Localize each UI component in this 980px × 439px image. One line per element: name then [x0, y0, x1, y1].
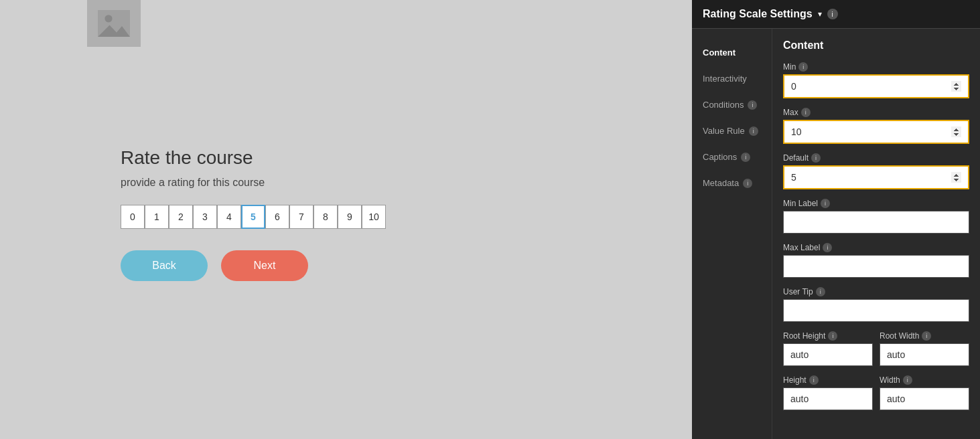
field-root-height: Root Height i	[783, 331, 873, 366]
rating-cell-1[interactable]: 1	[145, 205, 169, 229]
sidebar-nav-info-captions[interactable]: i	[741, 153, 750, 162]
dimensions-row: Height i Width i	[783, 375, 969, 420]
sidebar-nav-info-conditions[interactable]: i	[748, 100, 757, 110]
field-width: Width i	[880, 375, 969, 410]
min-info-icon[interactable]: i	[798, 62, 808, 72]
max-label-info-icon[interactable]: i	[823, 243, 832, 252]
header-info-icon[interactable]: i	[827, 9, 838, 19]
field-height-label: Height i	[783, 375, 873, 385]
root-width-info-icon[interactable]: i	[922, 331, 931, 341]
sidebar-header: Rating Scale Settings ▾ i	[692, 0, 980, 29]
field-min-label-text: Min Label i	[783, 199, 969, 208]
rating-cell-5[interactable]: 5	[241, 205, 265, 229]
settings-panel-title: Content	[783, 39, 969, 52]
rating-cell-6[interactable]: 6	[265, 205, 289, 229]
default-input[interactable]	[783, 165, 969, 189]
field-width-label: Width i	[880, 375, 969, 385]
sidebar-nav-info-value-rule[interactable]: i	[749, 126, 758, 136]
width-info-icon[interactable]: i	[903, 375, 912, 385]
field-min: Min i	[783, 62, 969, 98]
next-button[interactable]: Next	[221, 250, 308, 281]
rating-scale[interactable]: 012345678910	[121, 205, 386, 229]
max-info-icon[interactable]: i	[801, 108, 811, 117]
max-input[interactable]	[783, 120, 969, 144]
field-user-tip-label: User Tip i	[783, 287, 969, 296]
svg-point-1	[104, 15, 112, 22]
rating-cell-9[interactable]: 9	[338, 205, 362, 229]
back-button[interactable]: Back	[121, 250, 208, 281]
field-root-height-label: Root Height i	[783, 331, 873, 341]
sidebar-nav-label-conditions: Conditions	[703, 100, 744, 110]
height-input[interactable]	[783, 387, 873, 410]
course-subtitle: provide a rating for this course	[121, 177, 386, 189]
rating-cell-0[interactable]: 0	[121, 205, 145, 229]
preview-area: Rate the course provide a rating for thi…	[0, 0, 692, 439]
height-info-icon[interactable]: i	[809, 375, 819, 385]
dropdown-arrow-icon[interactable]: ▾	[818, 9, 822, 19]
rating-cell-10[interactable]: 10	[362, 205, 386, 229]
sidebar-nav: ContentInteractivityConditionsiValue Rul…	[692, 29, 772, 439]
button-row: Back Next	[121, 250, 386, 281]
rating-cell-7[interactable]: 7	[289, 205, 313, 229]
sidebar-nav-item-metadata[interactable]: Metadatai	[692, 170, 772, 196]
width-input[interactable]	[880, 387, 969, 410]
sidebar-nav-label-interactivity: Interactivity	[703, 74, 747, 84]
field-min-label-group: Min Label i	[783, 199, 969, 234]
field-max-label-text: Max Label i	[783, 243, 969, 252]
field-max: Max i	[783, 108, 969, 144]
sidebar-nav-label-content: Content	[703, 48, 736, 58]
min-label-input[interactable]	[783, 211, 969, 234]
field-min-label: Min i	[783, 62, 969, 72]
min-input[interactable]	[783, 74, 969, 98]
default-info-icon[interactable]: i	[811, 153, 821, 163]
image-placeholder	[87, 0, 141, 47]
user-tip-input[interactable]	[783, 299, 969, 322]
field-max-label-group: Max Label i	[783, 243, 969, 278]
rating-cell-4[interactable]: 4	[217, 205, 241, 229]
field-root-width-label: Root Width i	[880, 331, 969, 341]
sidebar-nav-item-interactivity[interactable]: Interactivity	[692, 66, 772, 92]
field-height: Height i	[783, 375, 873, 410]
field-max-label: Max i	[783, 108, 969, 117]
field-default: Default i	[783, 153, 969, 189]
sidebar: Rating Scale Settings ▾ i ContentInterac…	[692, 0, 980, 439]
sidebar-nav-label-captions: Captions	[703, 152, 737, 162]
course-title: Rate the course	[121, 147, 386, 169]
sidebar-body: ContentInteractivityConditionsiValue Rul…	[692, 29, 980, 439]
sidebar-nav-label-value-rule: Value Rule	[703, 126, 745, 136]
settings-panel: Content Min i Max i Default	[772, 29, 980, 439]
field-root-width: Root Width i	[880, 331, 969, 366]
sidebar-nav-item-value-rule[interactable]: Value Rulei	[692, 118, 772, 144]
field-default-label: Default i	[783, 153, 969, 163]
min-label-info-icon[interactable]: i	[821, 199, 830, 208]
image-icon	[98, 7, 130, 39]
root-height-input[interactable]	[783, 343, 873, 366]
rating-cell-3[interactable]: 3	[193, 205, 217, 229]
sidebar-nav-item-content[interactable]: Content	[692, 39, 772, 66]
sidebar-nav-item-captions[interactable]: Captionsi	[692, 144, 772, 170]
field-user-tip: User Tip i	[783, 287, 969, 322]
rating-cell-8[interactable]: 8	[313, 205, 338, 229]
course-content: Rate the course provide a rating for thi…	[121, 147, 386, 281]
sidebar-nav-label-metadata: Metadata	[703, 178, 739, 188]
root-dimensions-row: Root Height i Root Width i	[783, 331, 969, 375]
user-tip-info-icon[interactable]: i	[816, 287, 825, 296]
sidebar-nav-item-conditions[interactable]: Conditionsi	[692, 92, 772, 118]
root-height-info-icon[interactable]: i	[828, 331, 837, 341]
root-width-input[interactable]	[880, 343, 969, 366]
rating-cell-2[interactable]: 2	[169, 205, 193, 229]
sidebar-header-title: Rating Scale Settings	[703, 8, 813, 20]
sidebar-nav-info-metadata[interactable]: i	[743, 179, 752, 188]
max-label-input[interactable]	[783, 255, 969, 278]
